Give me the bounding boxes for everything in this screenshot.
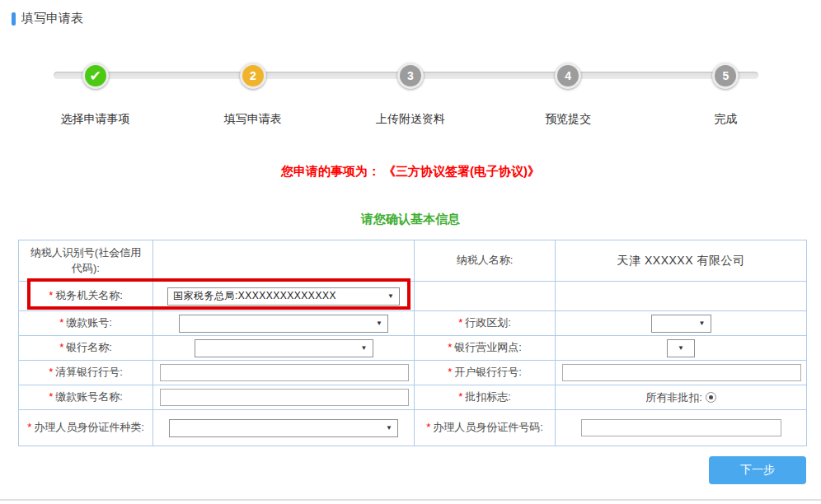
taxpayer-id-label: 纳税人识别号(社会信用代码):	[19, 240, 153, 282]
check-icon: ✔	[89, 68, 101, 85]
payment-account-name-input[interactable]	[160, 389, 409, 406]
confirm-info-title: 请您确认基本信息	[0, 212, 821, 227]
table-row: *办理人员身份证件种类: ▼ *办理人员身份证件号码:	[19, 410, 807, 446]
admin-division-cell: ▼	[556, 311, 807, 336]
bank-branch-label: *银行营业网点:	[415, 336, 556, 361]
tax-authority-select[interactable]: 国家税务总局:XXXXXXXXXXXXXX ▼	[167, 287, 400, 306]
step-4-label: 预览提交	[545, 112, 591, 127]
chevron-down-icon: ▼	[381, 424, 392, 432]
accent-bar-icon	[12, 12, 16, 26]
bank-branch-select[interactable]: ▼	[667, 339, 695, 357]
handler-id-type-label: *办理人员身份证件种类:	[19, 410, 153, 446]
step-5-circle: 5	[712, 63, 739, 89]
chevron-down-icon: ▼	[678, 344, 684, 352]
step-2-number: 2	[250, 69, 256, 82]
step-4-circle: 4	[555, 63, 581, 89]
taxpayer-id-value-cell	[153, 240, 415, 282]
payment-account-name-label: *缴款账号名称:	[19, 385, 153, 410]
step-3-circle: 3	[397, 63, 424, 89]
handler-id-type-select[interactable]: ▼	[169, 419, 398, 437]
clearing-bank-no-label: *清算银行行号:	[19, 361, 153, 385]
bank-name-cell: ▼	[153, 336, 415, 361]
table-row: *缴款账号: ▼ *行政区划: ▼	[19, 311, 807, 336]
chevron-down-icon: ▼	[356, 344, 368, 352]
payment-account-cell: ▼	[153, 311, 415, 336]
payment-account-label: *缴款账号:	[19, 311, 153, 336]
batch-deduct-label: *批扣标志:	[415, 385, 556, 410]
bank-name-select[interactable]: ▼	[195, 339, 373, 357]
next-step-button[interactable]: 下一步	[709, 456, 806, 484]
chevron-down-icon: ▼	[371, 320, 382, 327]
table-row: *缴款账号名称: *批扣标志: 所有非批扣:	[19, 385, 807, 410]
bank-branch-cell: ▼	[556, 336, 807, 361]
page-header: 填写申请表	[12, 11, 83, 26]
empty-cell	[415, 282, 556, 311]
table-row: *税务机关名称: 国家税务总局:XXXXXXXXXXXXXX ▼	[19, 282, 807, 311]
admin-division-label: *行政区划:	[415, 311, 556, 336]
progress-stepper: ✔ 选择申请事项 2 填写申请表 3 上传附送资料 4 预览提交	[16, 62, 805, 128]
basic-info-table: 纳税人识别号(社会信用代码): 纳税人名称: 天津 XXXXXX 有限公司 *税…	[18, 240, 807, 446]
step-1-circle: ✔	[82, 63, 109, 89]
handler-id-number-input[interactable]	[581, 419, 781, 436]
step-2-circle: 2	[240, 63, 266, 89]
step-3-upload: 3 上传附送资料	[331, 62, 489, 127]
page-title: 填写申请表	[21, 11, 83, 26]
step-1-label: 选择申请事项	[61, 112, 130, 127]
handler-id-number-cell	[556, 410, 807, 446]
clearing-bank-no-input[interactable]	[160, 364, 409, 381]
step-2-label: 填写申请表	[224, 112, 282, 127]
radio-selected-icon[interactable]	[706, 392, 716, 403]
taxpayer-name-value: 天津 XXXXXX 有限公司	[556, 240, 807, 282]
step-4-number: 4	[565, 69, 571, 82]
applied-item-notice: 您申请的事项为： 《三方协议签署(电子协议)》	[0, 164, 821, 180]
table-row: *清算银行行号: *开户银行行号:	[19, 361, 807, 385]
payment-account-select[interactable]: ▼	[179, 315, 388, 333]
batch-deduct-option: 所有非批扣:	[645, 391, 716, 404]
page-bottom-divider	[0, 499, 821, 501]
step-5-done: 5 完成	[647, 62, 805, 127]
handler-id-number-label: *办理人员身份证件号码:	[415, 410, 556, 446]
bank-name-label: *银行名称:	[19, 336, 153, 361]
payment-account-name-cell	[153, 385, 415, 410]
tax-authority-label: *税务机关名称:	[19, 282, 153, 311]
tax-authority-cell: 国家税务总局:XXXXXXXXXXXXXX ▼	[153, 282, 415, 311]
step-5-label: 完成	[714, 112, 737, 127]
step-5-number: 5	[723, 69, 730, 82]
admin-division-select[interactable]: ▼	[651, 315, 711, 333]
deposit-bank-no-input[interactable]	[562, 364, 801, 381]
taxpayer-name-label: 纳税人名称:	[415, 240, 556, 282]
clearing-bank-no-cell	[153, 361, 415, 385]
handler-id-type-cell: ▼	[153, 410, 415, 446]
application-form-page: 填写申请表 ✔ 选择申请事项 2 填写申请表 3 上传附送资料	[0, 0, 821, 504]
chevron-down-icon: ▼	[382, 292, 394, 300]
step-3-label: 上传附送资料	[376, 112, 445, 127]
table-row: 纳税人识别号(社会信用代码): 纳税人名称: 天津 XXXXXX 有限公司	[19, 240, 807, 282]
deposit-bank-no-cell	[556, 361, 807, 385]
step-2-fill-form: 2 填写申请表	[174, 62, 331, 127]
step-4-preview-submit: 4 预览提交	[490, 62, 647, 127]
table-row: *银行名称: ▼ *银行营业网点: ▼	[19, 336, 807, 361]
batch-deduct-cell: 所有非批扣:	[556, 385, 807, 410]
empty-cell	[556, 282, 807, 311]
step-1-select-item: ✔ 选择申请事项	[16, 62, 174, 127]
chevron-down-icon: ▼	[694, 320, 706, 327]
deposit-bank-no-label: *开户银行行号:	[415, 361, 556, 385]
step-3-number: 3	[407, 69, 414, 82]
